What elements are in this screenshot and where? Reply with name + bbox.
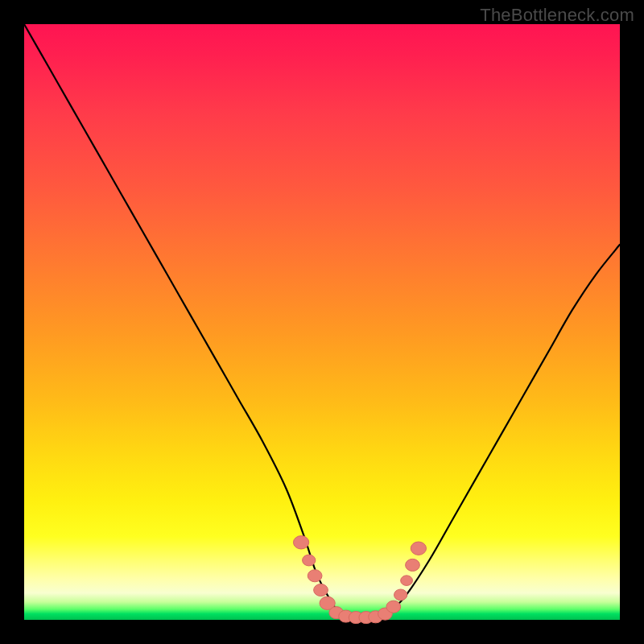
curve-marker xyxy=(386,601,401,613)
curve-marker xyxy=(411,542,426,555)
curve-marker xyxy=(293,536,308,549)
curve-marker xyxy=(394,589,407,601)
chart-frame: TheBottleneck.com xyxy=(0,0,644,644)
curve-marker xyxy=(303,555,316,566)
curve-marker xyxy=(406,559,420,571)
watermark-text: TheBottleneck.com xyxy=(480,5,634,26)
chart-svg xyxy=(24,24,620,620)
curve-markers xyxy=(293,536,426,624)
curve-marker xyxy=(401,576,413,586)
curve-marker xyxy=(314,584,328,596)
bottleneck-curve xyxy=(24,24,620,621)
plot-area xyxy=(24,24,620,620)
curve-marker xyxy=(308,570,322,582)
